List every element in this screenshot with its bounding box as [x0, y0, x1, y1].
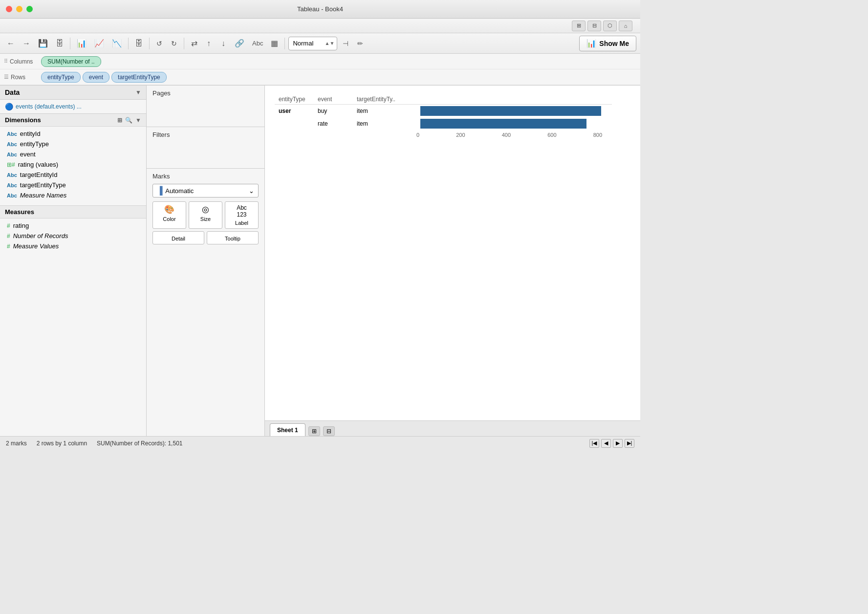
forward-button[interactable]: → [20, 37, 33, 50]
save-button[interactable]: 💾 [35, 37, 51, 50]
maximize-button[interactable] [26, 6, 33, 12]
pencil-button[interactable]: ✏ [354, 37, 367, 50]
rows-pill-entitytype[interactable]: entityType [41, 72, 81, 83]
view-normal-select[interactable]: Normal Fit Width Fit Height Entire View [288, 37, 337, 50]
col-chart-header [416, 94, 612, 105]
cylinder-button[interactable]: 🗄 [132, 37, 146, 50]
field-entityid[interactable]: Abc entityId [0, 129, 146, 139]
columns-pill-sum[interactable]: SUM(Number of .. [41, 56, 101, 67]
x-label-800: 800 [593, 132, 602, 138]
minimize-button[interactable] [16, 6, 22, 12]
close-button[interactable] [6, 6, 12, 12]
grid-view-icon[interactable]: ⊞ [117, 117, 122, 124]
grid1-icon[interactable]: ⊞ [572, 21, 586, 31]
field-event[interactable]: Abc event [0, 149, 146, 159]
nav-prev-button[interactable]: ◀ [601, 439, 611, 448]
cell-bar-rate [416, 117, 612, 130]
home-icon[interactable]: ⌂ [619, 21, 632, 31]
abc-button[interactable]: Abc [249, 37, 266, 50]
marks-detail-button[interactable]: Detail [152, 231, 204, 244]
field-number-of-records[interactable]: # Number of Records [0, 231, 146, 241]
marks-size-button[interactable]: ◎ Size [189, 201, 222, 229]
add-sheet-icon[interactable]: ⊞ [308, 426, 320, 436]
shelves-area: ⠿ Columns SUM(Number of .. ☰ Rows entity… [0, 54, 640, 86]
field-rating-values-label: rating (values) [18, 161, 58, 168]
show-me-button[interactable]: 📊 Show Me [579, 36, 636, 51]
grid2-icon[interactable]: ⊟ [587, 21, 601, 31]
rows-pill-event[interactable]: event [83, 72, 109, 83]
abc-icon: Abc [7, 131, 17, 137]
bar-rate [420, 119, 586, 129]
field-measure-values[interactable]: # Measure Values [0, 241, 146, 251]
marks-buttons-grid: 🎨 Color ◎ Size Abc123 Label [152, 201, 259, 229]
status-sum: SUM(Number of Records): 1,501 [97, 440, 182, 447]
field-rating-label: rating [13, 222, 29, 229]
separator2 [128, 38, 129, 49]
back-button[interactable]: ← [4, 37, 18, 50]
window-controls[interactable] [6, 6, 33, 12]
datasource-name: events (default.events) ... [16, 103, 82, 110]
field-entitytype-label: entityType [20, 140, 49, 148]
sheet-tabs: Sheet 1 ⊞ ⊟ [265, 420, 640, 436]
chart-type-button[interactable]: 📉 [109, 37, 125, 50]
marks-tooltip-button[interactable]: Tooltip [207, 231, 259, 244]
dimensions-list: Abc entityId Abc entityType Abc event ⊞#… [0, 127, 146, 202]
cell-rate: rate [314, 117, 353, 130]
search-icon[interactable]: 🔍 [125, 117, 132, 124]
field-rating-values[interactable]: ⊞# rating (values) [0, 159, 146, 170]
hash-icon: # [7, 222, 10, 229]
data-panel: Data ▼ 🔵 events (default.events) ... Dim… [0, 86, 147, 436]
sheet1-tab[interactable]: Sheet 1 [270, 423, 305, 436]
field-rating[interactable]: # rating [0, 220, 146, 231]
swap-button[interactable]: ⇄ [188, 37, 200, 50]
duplicate-sheet-icon[interactable]: ⊟ [323, 426, 335, 436]
color-icon: 🎨 [164, 204, 174, 215]
field-measure-names[interactable]: Abc Measure Names [0, 190, 146, 200]
label-icon: Abc123 [237, 204, 247, 219]
marks-label-button[interactable]: Abc123 Label [225, 201, 259, 229]
field-targetentityid[interactable]: Abc targetEntityId [0, 170, 146, 180]
field-entityid-label: entityId [20, 130, 41, 137]
redo-button[interactable]: ↻ [168, 37, 180, 50]
x-axis-labels: 0 200 400 600 800 [416, 132, 602, 138]
marks-type-dropdown[interactable]: ▐ Automatic ⌄ [152, 184, 259, 197]
new-chart-button[interactable]: 📊 [74, 37, 89, 50]
data-source[interactable]: 🔵 events (default.events) ... [0, 100, 146, 114]
nav-next-button[interactable]: ▶ [613, 439, 623, 448]
datasource-button[interactable]: 🗄 [53, 37, 66, 50]
abc-icon: Abc [7, 152, 17, 157]
col-event-header: event [314, 94, 353, 105]
rows-pill-targetentitytype[interactable]: targetEntityType [111, 72, 167, 83]
bar-buy [420, 106, 601, 116]
field-entitytype[interactable]: Abc entityType [0, 139, 146, 149]
bar-wrapper-buy [420, 106, 606, 116]
rows-text: Rows [11, 74, 25, 81]
bar-chart-button[interactable]: 📈 [91, 37, 107, 50]
dimensions-header: Dimensions ⊞ 🔍 ▼ [0, 114, 146, 127]
sort-asc-button[interactable]: ↑ [202, 37, 215, 50]
marks-buttons-row2: Detail Tooltip [152, 231, 259, 244]
sort-icon[interactable]: ▼ [135, 117, 141, 124]
nav-last-button[interactable]: ▶| [625, 439, 634, 448]
cylinder-icon[interactable]: ⬡ [603, 21, 617, 31]
field-event-label: event [20, 151, 36, 158]
status-bar: 2 marks 2 rows by 1 column SUM(Number of… [0, 436, 640, 450]
marks-color-button[interactable]: 🎨 Color [152, 201, 186, 229]
marks-color-label: Color [163, 216, 175, 222]
pin-button[interactable]: ⊣ [339, 37, 352, 50]
window-title: Tableau - Book4 [297, 5, 343, 13]
abc-icon: Abc [7, 193, 17, 198]
chart-small-button[interactable]: ▦ [268, 37, 281, 50]
toolbar: ← → 💾 🗄 📊 📈 📉 🗄 ↺ ↻ ⇄ ↑ ↓ 🔗 Abc ▦ Normal… [0, 33, 640, 54]
table-row-rate: rate item [275, 117, 612, 130]
pages-title: Pages [152, 89, 259, 97]
data-panel-menu-icon[interactable]: ▼ [135, 89, 141, 96]
undo-button[interactable]: ↺ [153, 37, 166, 50]
nav-first-button[interactable]: |◀ [589, 439, 599, 448]
x-label-200: 200 [456, 132, 465, 138]
chart-table: entityType event targetEntityTy.. [275, 94, 612, 130]
field-targetentitytype[interactable]: Abc targetEntityType [0, 180, 146, 190]
link-button[interactable]: 🔗 [232, 37, 247, 50]
sort-desc-button[interactable]: ↓ [217, 37, 230, 50]
x-axis-title: Number of Records [583, 139, 640, 147]
